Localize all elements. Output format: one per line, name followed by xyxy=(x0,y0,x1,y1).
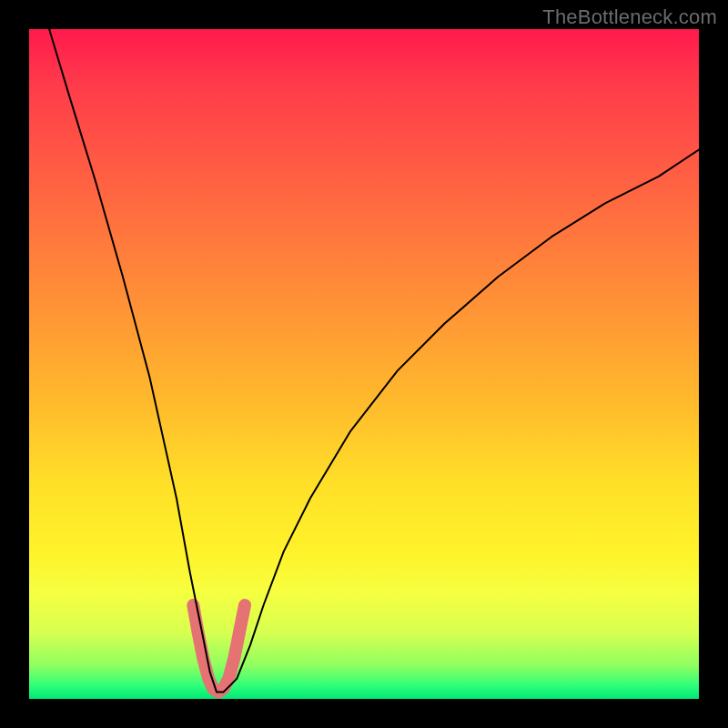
series-group xyxy=(49,29,699,693)
attribution-text: TheBottleneck.com xyxy=(542,5,717,29)
chart-svg xyxy=(29,29,699,699)
series-main-curve xyxy=(49,29,699,693)
chart-frame: TheBottleneck.com xyxy=(0,0,728,728)
plot-area xyxy=(29,29,699,699)
